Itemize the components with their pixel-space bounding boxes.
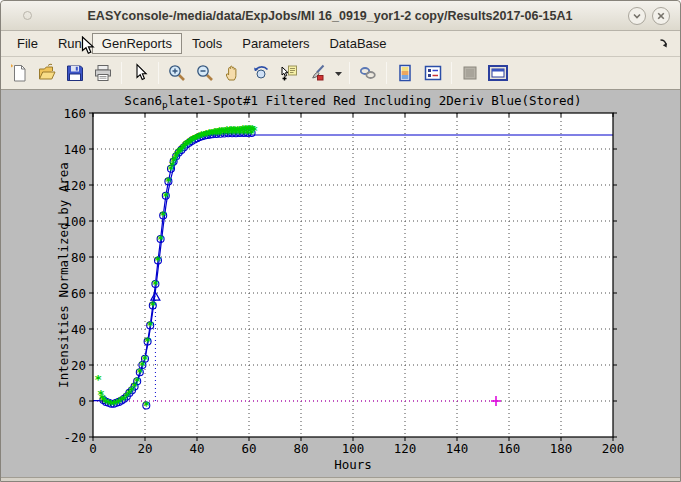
close-button[interactable] [652,7,670,25]
svg-text:40: 40 [71,322,86,337]
window-resize-strip [1,477,680,482]
link-plots-button[interactable] [355,60,381,86]
insert-colorbar-button[interactable] [392,60,418,86]
svg-text:100: 100 [342,441,365,456]
svg-text:*: * [250,123,258,138]
colorbar-icon [395,63,415,83]
link-plots-icon [358,63,378,83]
titlebar: EASYconsole-/media/data/ExpJobs/MI 16_09… [1,1,680,31]
insert-legend-button[interactable] [420,60,446,86]
svg-text:20: 20 [71,358,86,373]
menu-tools[interactable]: Tools [182,33,232,54]
svg-text:40: 40 [189,441,204,456]
svg-text:20: 20 [137,441,152,456]
svg-text:160: 160 [498,441,521,456]
chevron-down-icon [631,10,643,22]
save-button[interactable] [62,60,88,86]
menu-overflow-arrow-icon[interactable] [659,38,670,49]
x-axis-label: Hours [334,457,372,472]
data-cursor-icon [279,63,299,83]
toolbar-separator [158,62,159,84]
menubar: File Run GenReports Tools Parameters Dat… [1,31,680,57]
data-cursor-button[interactable] [276,60,302,86]
svg-text:200: 200 [602,441,625,456]
pointer-icon [130,63,150,83]
svg-text:*: * [162,189,170,204]
svg-text:60: 60 [71,286,86,301]
rotate-3d-icon [251,63,271,83]
toolbar-separator [349,62,350,84]
brush-dropdown-button[interactable] [332,60,344,86]
zoom-in-button[interactable] [164,60,190,86]
svg-text:160: 160 [63,106,86,121]
legend-icon [423,63,443,83]
open-file-button[interactable] [34,60,60,86]
inactive-tool-button[interactable] [457,60,483,86]
pan-hand-icon [223,63,243,83]
pointer-tool-button[interactable] [127,60,153,86]
toolbar [1,57,680,90]
plot-title-pre: Scan6 [124,93,162,108]
window-icon [23,11,32,20]
menu-genreports[interactable]: GenReports [92,33,182,54]
svg-text:80: 80 [71,250,86,265]
menu-database[interactable]: DataBase [319,33,396,54]
zoom-out-button[interactable] [192,60,218,86]
svg-text:180: 180 [550,441,573,456]
brush-tool-button[interactable] [304,60,330,86]
svg-text:140: 140 [63,142,86,157]
dock-figure-icon [487,63,509,83]
svg-text:*: * [141,352,149,367]
collapse-button[interactable] [628,7,646,25]
svg-text:0: 0 [78,394,86,409]
plot-title: Scan6plate1-Spot#1 Filtered Red Includin… [124,93,581,110]
svg-text:-20: -20 [63,430,86,445]
svg-text:60: 60 [241,441,256,456]
pan-tool-button[interactable] [220,60,246,86]
svg-text:140: 140 [446,441,469,456]
window-controls [628,7,670,25]
toolbar-separator [451,62,452,84]
toolbar-separator [121,62,122,84]
open-file-icon [37,63,57,83]
zoom-in-icon [167,63,187,83]
svg-text:0: 0 [89,441,97,456]
y-axis-label: Intensities Normalized by Area [56,162,71,388]
rotate-3d-button[interactable] [248,60,274,86]
zoom-out-icon [195,63,215,83]
new-file-icon [9,63,29,83]
menu-parameters[interactable]: Parameters [232,33,319,54]
svg-text:*: * [159,208,167,223]
svg-text:80: 80 [293,441,308,456]
figure-area: ****************************************… [1,90,680,477]
menu-file[interactable]: File [7,33,48,54]
close-x-icon [655,10,667,22]
svg-text:120: 120 [394,441,417,456]
app-window: EASYconsole-/media/data/ExpJobs/MI 16_09… [0,0,681,482]
dock-figure-button[interactable] [485,60,511,86]
plot-canvas[interactable]: ****************************************… [1,90,680,477]
print-button[interactable] [90,60,116,86]
svg-text:*: * [157,232,165,247]
svg-text:*: * [94,372,102,387]
new-file-button[interactable] [6,60,32,86]
window-title: EASYconsole-/media/data/ExpJobs/MI 16_09… [32,9,628,23]
svg-text:*: * [151,277,159,292]
inactive-square-icon [460,63,480,83]
svg-text:*: * [142,398,150,413]
brush-dropdown-arrow-icon [334,69,343,78]
plot-title-post: late1-Spot#1 Filtered Red Including 2Der… [168,93,582,108]
svg-text:*: * [149,298,157,313]
menu-run[interactable]: Run [48,33,92,54]
svg-text:*: * [146,318,154,333]
svg-text:*: * [144,334,152,349]
brush-icon [307,63,327,83]
svg-text:*: * [154,253,162,268]
save-icon [65,63,85,83]
print-icon [93,63,113,83]
toolbar-separator [386,62,387,84]
